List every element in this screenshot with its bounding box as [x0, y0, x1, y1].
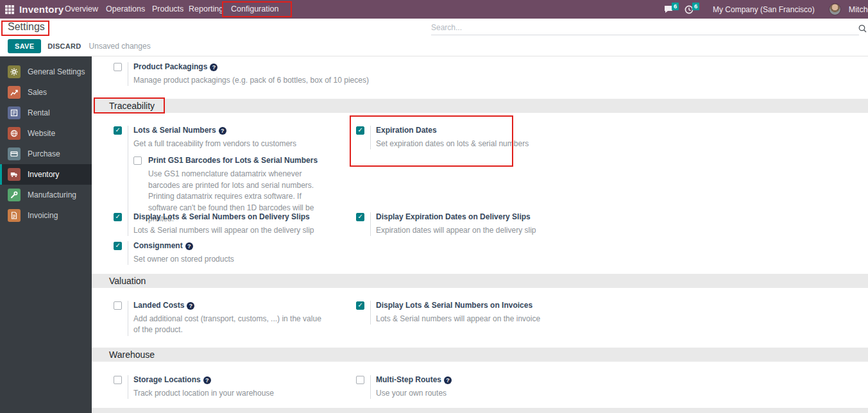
expiration-dates-checkbox[interactable] [356, 126, 364, 135]
setting-label: Display Lots & Serial Numbers on Deliver… [133, 212, 314, 222]
discard-button[interactable]: DISCARD [47, 42, 81, 50]
setting-product-packagings: Product Packagings? Manage product packa… [114, 62, 369, 86]
display-expiration-delivery-slips-checkbox[interactable] [356, 213, 364, 221]
sidebar-item-website[interactable]: Website [0, 123, 92, 144]
sidebar-item-rental[interactable]: Rental [0, 103, 92, 123]
section-header-traceability: Traceability [92, 99, 868, 113]
wrench-icon [8, 189, 21, 201]
user-avatar[interactable] [829, 3, 841, 15]
messages-icon[interactable]: 6 [664, 5, 674, 13]
nav-menu-operations[interactable]: Operations [106, 0, 145, 19]
activities-badge: 6 [692, 3, 699, 10]
setting-description: Set owner on stored products [133, 254, 234, 265]
consignment-checkbox[interactable] [114, 242, 122, 250]
setting-description: Use your own routes [376, 388, 452, 399]
display-lots-invoices-checkbox[interactable] [356, 301, 364, 310]
sidebar-item-purchase[interactable]: Purchase [0, 144, 92, 164]
activities-icon[interactable]: 6 [685, 5, 694, 14]
setting-description: Get a full traceability from vendors to … [133, 139, 318, 149]
help-icon: ? [203, 376, 211, 384]
sidebar-item-label: Rental [28, 108, 50, 117]
setting-description: Lots & Serial numbers will appear on the… [376, 314, 540, 324]
sidebar-item-label: Website [28, 129, 55, 138]
messages-badge: 6 [672, 3, 679, 10]
sidebar-item-label: General Settings [28, 67, 85, 76]
unsaved-changes-label: Unsaved changes [89, 42, 151, 51]
setting-display-lots-delivery-slips: Display Lots & Serial Numbers on Deliver… [114, 212, 314, 236]
multi-step-routes-checkbox[interactable] [356, 376, 364, 384]
setting-expiration-dates: Expiration Dates Set expiration dates on… [356, 126, 529, 149]
nav-menu-products[interactable]: Products [152, 0, 183, 19]
search-icon[interactable] [858, 24, 867, 35]
search-input[interactable] [431, 20, 859, 35]
setting-multi-step-routes: Multi-Step Routes? Use your own routes [356, 375, 452, 399]
sidebar-item-label: Purchase [28, 149, 60, 158]
lots-serial-numbers-checkbox[interactable] [114, 126, 122, 135]
sidebar-item-general-settings[interactable]: General Settings [0, 62, 92, 82]
help-icon: ? [219, 127, 226, 135]
sidebar-item-label: Inventory [28, 170, 59, 179]
document-list-icon [8, 106, 21, 119]
sidebar-item-invoicing[interactable]: Invoicing [0, 205, 92, 226]
setting-label: Multi-Step Routes [376, 375, 441, 384]
setting-display-lots-invoices: Display Lots & Serial Numbers on Invoice… [356, 301, 540, 324]
credit-card-icon [8, 148, 21, 160]
section-header-warehouse: Warehouse [92, 348, 868, 362]
nav-menu-reporting[interactable]: Reporting [189, 0, 223, 19]
setting-label: Display Lots & Serial Numbers on Invoice… [376, 301, 540, 310]
setting-description: Lots & Serial numbers will appear on the… [133, 225, 314, 236]
sidebar-item-label: Sales [28, 88, 47, 97]
settings-sidebar: General Settings Sales Rental Website Pu… [0, 56, 92, 413]
sidebar-item-sales[interactable]: Sales [0, 82, 92, 103]
landed-costs-checkbox[interactable] [114, 301, 122, 310]
setting-display-expiration-delivery-slips: Display Expiration Dates on Delivery Sli… [356, 212, 536, 236]
setting-label: Lots & Serial Numbers [133, 126, 216, 135]
product-packagings-checkbox[interactable] [114, 63, 122, 71]
setting-label: Product Packagings [133, 62, 207, 71]
save-button[interactable]: SAVE [8, 39, 41, 53]
control-panel: Settings [0, 19, 868, 37]
setting-landed-costs: Landed Costs? Add additional cost (trans… [114, 301, 323, 336]
help-icon: ? [444, 376, 452, 384]
setting-description: Manage product packagings (e.g. pack of … [133, 75, 369, 86]
print-gs1-barcodes-checkbox[interactable] [133, 156, 142, 165]
setting-description: Track product location in your warehouse [133, 388, 274, 399]
navbar-right-group: 6 6 My Company (San Francisco) Mitchell … [664, 0, 868, 19]
sidebar-item-label: Manufacturing [28, 190, 76, 199]
setting-description: Set expiration dates on lots & serial nu… [376, 139, 529, 149]
display-lots-delivery-slips-checkbox[interactable] [114, 213, 122, 221]
setting-description: Expiration dates will appear on the deli… [376, 225, 536, 236]
user-name[interactable]: Mitchell Admin [849, 5, 868, 14]
invoice-icon [8, 209, 21, 222]
sidebar-item-inventory[interactable]: Inventory [0, 164, 92, 185]
action-bar: SAVE DISCARD Unsaved changes [0, 37, 868, 56]
help-icon: ? [185, 242, 193, 250]
sidebar-item-manufacturing[interactable]: Manufacturing [0, 185, 92, 205]
inventory-settings-screen: Inventory Overview Operations Products R… [0, 0, 868, 413]
setting-storage-locations: Storage Locations? Track product locatio… [114, 375, 274, 399]
nav-menu-configuration[interactable]: Configuration [231, 0, 278, 19]
setting-label: Expiration Dates [376, 126, 529, 135]
app-brand[interactable]: Inventory [19, 4, 64, 15]
setting-description: Add additional cost (transport, customs,… [133, 314, 323, 336]
section-header-valuation: Valuation [92, 274, 868, 288]
truck-icon [8, 168, 21, 181]
line-chart-icon [8, 86, 21, 99]
setting-consignment: Consignment? Set owner on stored product… [114, 241, 234, 265]
top-navbar: Inventory Overview Operations Products R… [0, 0, 868, 19]
sidebar-item-label: Invoicing [28, 211, 58, 220]
setting-label: Display Expiration Dates on Delivery Sli… [376, 212, 536, 222]
setting-lots-serial-numbers: Lots & Serial Numbers? Get a full tracea… [114, 126, 318, 224]
breadcrumb[interactable]: Settings [8, 21, 45, 33]
apps-grid-icon[interactable] [5, 5, 14, 14]
settings-content: Product Packagings? Manage product packa… [92, 56, 868, 413]
storage-locations-checkbox[interactable] [114, 376, 122, 384]
setting-label: Print GS1 Barcodes for Lots & Serial Num… [148, 156, 318, 165]
gear-icon [8, 65, 21, 78]
help-icon: ? [210, 63, 217, 71]
nav-menu-overview[interactable]: Overview [65, 0, 98, 19]
search-box [431, 20, 859, 35]
content-footer-strip [92, 408, 868, 413]
company-switcher[interactable]: My Company (San Francisco) [713, 5, 815, 14]
globe-icon [8, 127, 21, 140]
